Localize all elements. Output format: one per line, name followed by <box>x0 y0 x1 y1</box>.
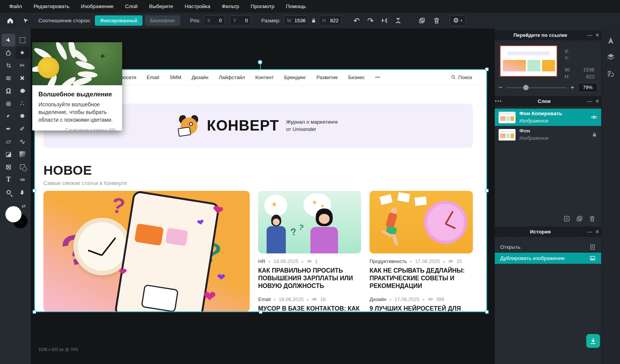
tool-gradient[interactable] <box>15 148 29 160</box>
menu-select[interactable]: Выберите <box>149 3 173 9</box>
layers-panel-icon[interactable] <box>606 52 615 61</box>
flip-vertical-icon[interactable] <box>393 16 403 25</box>
tool-dodge-burn[interactable]: ◐ <box>2 110 15 122</box>
menu-filter[interactable]: Фильтр <box>222 3 239 9</box>
gear-icon: ⚙ <box>453 17 459 25</box>
article-views: 1K <box>320 296 326 302</box>
menu-edit[interactable]: Редактировать <box>33 3 69 9</box>
featured-illustration: ? ? ? ❤ ❤ ❤ ❤ ❤ <box>43 191 250 312</box>
fixed-ratio-button[interactable]: Фиксированный <box>95 15 143 26</box>
width-input[interactable]: W 1536 <box>283 15 308 26</box>
height-input[interactable]: H 822 <box>319 15 342 26</box>
tool-smudge[interactable]: ∿ <box>15 135 29 148</box>
tool-sharpen[interactable]: ✹ <box>15 110 29 122</box>
home-icon[interactable] <box>5 16 15 25</box>
tool-hand[interactable] <box>15 186 29 199</box>
layer-lock-icon[interactable] <box>592 132 597 137</box>
pos-y-input[interactable]: Y 0 <box>230 15 251 26</box>
tool-cursor-icon[interactable] <box>22 16 31 25</box>
tool-eyedropper[interactable]: ✏ <box>15 173 29 186</box>
minimize-icon[interactable]: — <box>586 32 593 38</box>
tool-text[interactable]: T <box>2 173 15 186</box>
swap-colors-icon[interactable]: ⇄ <box>22 203 26 209</box>
free-ratio-button[interactable]: Бесплатно <box>145 15 180 26</box>
tool-select[interactable] <box>2 34 15 46</box>
tool-distort[interactable]: ⊠ <box>2 160 15 173</box>
tool-brush[interactable]: ✐ <box>15 122 29 135</box>
size-lock-icon[interactable] <box>309 16 318 25</box>
tool-pixelate[interactable]: ⊛ <box>2 97 15 110</box>
tool-magic-wand[interactable]: ✶ <box>15 46 29 59</box>
tooltip-daisy-image: + <box>32 42 122 85</box>
settings-dropdown[interactable]: ⚙ ▾ <box>449 15 466 26</box>
runner-art <box>385 212 398 229</box>
selection-handle-mid-left[interactable] <box>33 189 36 192</box>
zoom-in-icon[interactable]: + <box>570 84 574 91</box>
selection-handle-top-right[interactable] <box>485 68 489 71</box>
tool-crop[interactable] <box>2 59 15 72</box>
redo-icon[interactable]: ↷ <box>366 16 375 25</box>
tooltip-text: Используйте волшебное выделение, чтобы в… <box>38 101 116 124</box>
close-icon[interactable]: ✕ <box>593 32 601 38</box>
layer-visibility-icon[interactable] <box>591 114 597 121</box>
delete-icon[interactable] <box>432 16 441 25</box>
pos-x-input[interactable]: X 0 <box>204 15 225 26</box>
delete-layer-icon[interactable] <box>589 215 596 222</box>
tool-pattern[interactable]: ∴ <box>15 97 29 110</box>
selection-handle-bottom-mid[interactable] <box>259 310 262 314</box>
minimize-icon[interactable]: — <box>586 229 593 235</box>
dot-separator: ◆ <box>422 298 425 301</box>
layer-row-background[interactable]: Фон Изображение <box>495 126 601 143</box>
tool-lasso[interactable]: Ϙ <box>2 46 15 59</box>
flip-horizontal-icon[interactable] <box>380 16 389 25</box>
rotation-handle[interactable] <box>258 60 262 65</box>
menu-help[interactable]: Помощь <box>286 3 306 9</box>
selection-handle-mid-right[interactable] <box>485 189 489 192</box>
tool-fill[interactable]: ◪ <box>2 148 15 160</box>
add-layer-icon[interactable] <box>563 215 570 222</box>
navigate-panel-icon[interactable] <box>606 36 615 45</box>
history-panel-icon[interactable] <box>606 69 615 78</box>
tool-eraser[interactable]: ▱ <box>2 135 15 148</box>
tool-shape[interactable] <box>15 160 29 173</box>
tool-clone-stamp[interactable]: Ω <box>2 84 15 97</box>
zoom-value[interactable]: 79% <box>578 83 597 92</box>
close-icon[interactable]: ✕ <box>593 98 601 104</box>
selection-handle-bottom-left[interactable] <box>33 310 36 314</box>
zoom-out-icon[interactable]: − <box>499 84 502 91</box>
close-icon[interactable]: ✕ <box>593 229 601 235</box>
tool-pen[interactable]: ✒ <box>2 122 15 135</box>
minimize-icon[interactable]: — <box>586 98 593 104</box>
foreground-color[interactable] <box>5 206 22 222</box>
nav-h-label: H: <box>565 74 570 79</box>
history-item-duplicate-image[interactable]: Дублировать изображение <box>495 253 601 264</box>
zoom-slider[interactable] <box>506 87 567 88</box>
duplicate-icon[interactable] <box>417 16 426 25</box>
question-mark-art: ? <box>298 223 304 232</box>
tool-liquify[interactable]: ≋ <box>2 72 15 84</box>
tool-marquee[interactable] <box>15 34 29 46</box>
eyedropper-icon: ✏ <box>20 176 25 183</box>
tool-blur[interactable] <box>15 84 29 97</box>
history-item-open[interactable]: Открыть <box>495 242 601 253</box>
tool-heal[interactable]: ✚ <box>15 72 29 84</box>
panel-menu-icon[interactable]: ••• <box>495 98 502 104</box>
status-bar: 1536 x 822 px @ 79% <box>38 347 78 352</box>
duplicate-layer-icon[interactable] <box>576 215 583 222</box>
navigator-thumbnail[interactable] <box>500 45 557 77</box>
menu-file[interactable]: Файл <box>9 3 22 9</box>
nav-x-label: X: <box>565 48 569 54</box>
tool-zoom[interactable] <box>2 186 15 199</box>
menu-view[interactable]: Просмотр <box>251 3 275 9</box>
menu-adjust[interactable]: Настройка <box>185 3 210 9</box>
menu-layer[interactable]: Слой <box>125 3 138 9</box>
dot-separator: ◆ <box>268 260 271 263</box>
selection-handle-bottom-right[interactable] <box>485 310 489 314</box>
undo-icon[interactable]: ↶ <box>352 16 361 25</box>
star-art: ★ <box>320 203 325 208</box>
layer-row-background-copy[interactable]: Фон Копировать Изображение <box>495 109 601 126</box>
tool-cut[interactable]: ✂ <box>15 59 29 72</box>
zoom-slider-thumb[interactable] <box>523 85 529 90</box>
menu-image[interactable]: Изображение <box>81 3 113 9</box>
download-button[interactable] <box>586 334 600 348</box>
